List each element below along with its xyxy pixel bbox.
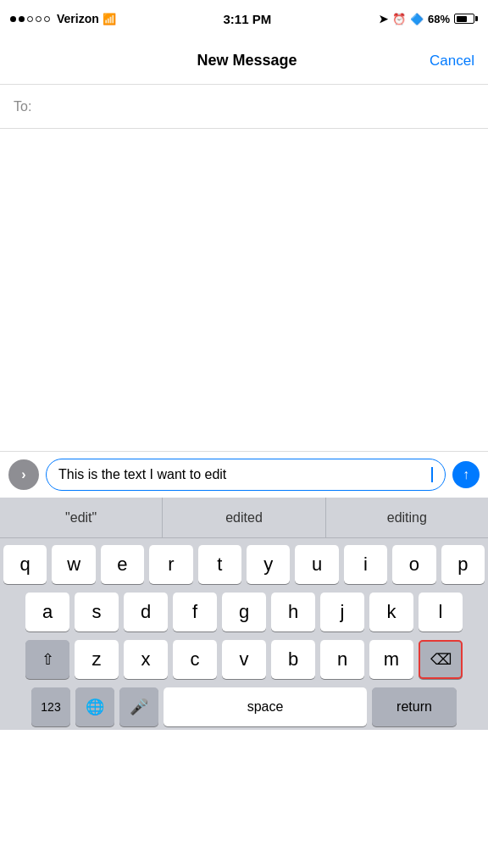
status-bar: Verizon 📶 3:11 PM ➤ ⏰ 🔷 68%: [0, 0, 488, 37]
send-button[interactable]: ↑: [452, 461, 480, 488]
key-z[interactable]: z: [75, 640, 119, 679]
key-return[interactable]: return: [372, 687, 457, 726]
to-field[interactable]: To:: [0, 85, 488, 129]
cancel-button[interactable]: Cancel: [430, 53, 474, 70]
key-b[interactable]: b: [271, 640, 315, 679]
key-o[interactable]: o: [392, 545, 435, 584]
key-row-1: q w e r t y u i o p: [3, 545, 485, 584]
signal-dots: [10, 16, 50, 22]
key-q[interactable]: q: [3, 545, 47, 584]
input-bar: › This is the text I want to edit ↑: [0, 451, 488, 498]
dot-4: [36, 16, 42, 22]
key-e[interactable]: e: [101, 545, 144, 584]
key-backspace[interactable]: ⌫: [419, 640, 463, 679]
key-i[interactable]: i: [344, 545, 387, 584]
key-l[interactable]: l: [419, 593, 463, 632]
key-p[interactable]: p: [441, 545, 485, 584]
expand-button[interactable]: ›: [8, 459, 39, 490]
key-w[interactable]: w: [52, 545, 95, 584]
predictive-item-2[interactable]: editing: [326, 498, 488, 537]
key-x[interactable]: x: [124, 640, 168, 679]
key-v[interactable]: v: [222, 640, 266, 679]
send-icon: ↑: [463, 467, 469, 482]
predictive-item-1[interactable]: edited: [163, 498, 325, 537]
battery-tip: [475, 16, 478, 21]
nav-bar: New Message Cancel: [0, 37, 488, 85]
key-y[interactable]: y: [247, 545, 290, 584]
key-row-2: a s d f g h j k l: [3, 593, 485, 632]
dot-5: [44, 16, 50, 22]
key-space[interactable]: space: [164, 687, 367, 726]
key-mic[interactable]: 🎤: [119, 687, 158, 726]
key-row-4: 123 🌐 🎤 space return: [3, 687, 485, 726]
battery-icon: [454, 14, 478, 24]
key-s[interactable]: s: [75, 593, 119, 632]
key-globe[interactable]: 🌐: [75, 687, 114, 726]
key-a[interactable]: a: [25, 593, 69, 632]
predictive-item-0[interactable]: "edit": [0, 498, 163, 537]
keyboard: q w e r t y u i o p a s d f g h j k l ⇧ …: [0, 538, 488, 730]
key-c[interactable]: c: [173, 640, 217, 679]
battery-percent: 68%: [428, 13, 450, 25]
key-n[interactable]: n: [320, 640, 364, 679]
to-input[interactable]: [36, 99, 474, 114]
chevron-right-icon: ›: [21, 467, 25, 482]
key-m[interactable]: m: [369, 640, 413, 679]
dot-1: [10, 16, 16, 22]
key-r[interactable]: r: [149, 545, 192, 584]
key-k[interactable]: k: [369, 593, 413, 632]
key-u[interactable]: u: [295, 545, 338, 584]
predictive-bar: "edit" edited editing: [0, 498, 488, 538]
dot-3: [27, 16, 33, 22]
location-icon: ➤: [379, 13, 388, 25]
status-left: Verizon 📶: [10, 12, 116, 25]
bluetooth-icon: 🔷: [410, 13, 424, 25]
key-row-3: ⇧ z x c v b n m ⌫: [3, 640, 485, 679]
battery-fill: [457, 16, 468, 22]
key-h[interactable]: h: [271, 593, 315, 632]
text-cursor: [431, 467, 433, 482]
wifi-icon: 📶: [103, 13, 116, 25]
status-right: ➤ ⏰ 🔷 68%: [379, 13, 478, 25]
message-text: This is the text I want to edit: [58, 467, 430, 482]
key-shift[interactable]: ⇧: [25, 640, 69, 679]
alarm-icon: ⏰: [392, 13, 406, 25]
to-label: To:: [14, 99, 31, 114]
dot-2: [19, 16, 25, 22]
message-area[interactable]: [0, 129, 488, 451]
carrier-label: Verizon: [57, 12, 99, 25]
status-time: 3:11 PM: [224, 12, 272, 26]
key-j[interactable]: j: [320, 593, 364, 632]
key-g[interactable]: g: [222, 593, 266, 632]
key-t[interactable]: t: [198, 545, 241, 584]
key-123[interactable]: 123: [31, 687, 70, 726]
key-d[interactable]: d: [124, 593, 168, 632]
nav-title: New Message: [197, 52, 297, 70]
battery-body: [454, 14, 474, 24]
message-input-wrap[interactable]: This is the text I want to edit: [46, 459, 446, 491]
key-f[interactable]: f: [173, 593, 217, 632]
